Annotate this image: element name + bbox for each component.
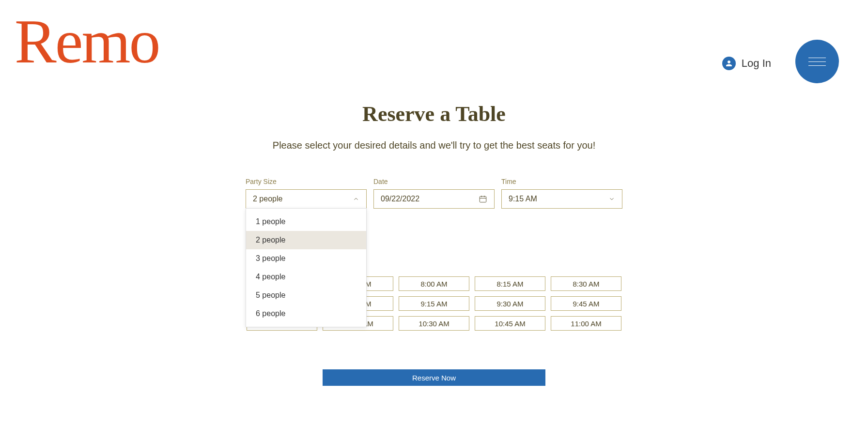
party-size-dropdown: 1 people2 people3 people4 people5 people… bbox=[246, 208, 367, 327]
time-slot[interactable]: 10:45 AM bbox=[475, 316, 545, 331]
date-label: Date bbox=[373, 178, 495, 185]
party-size-select[interactable]: 2 people bbox=[246, 189, 367, 209]
time-slots-grid: 7:30 AM7:45 AM8:00 AM8:15 AM8:30 AM8:45 … bbox=[0, 276, 868, 331]
main-content: Reserve a Table Please select your desir… bbox=[0, 87, 868, 386]
date-group: Date 09/22/2022 bbox=[373, 178, 495, 209]
hamburger-icon bbox=[808, 65, 826, 66]
page-title: Reserve a Table bbox=[0, 102, 868, 126]
chevron-up-icon bbox=[353, 196, 359, 202]
party-size-option[interactable]: 5 people bbox=[246, 286, 366, 304]
party-size-option[interactable]: 4 people bbox=[246, 268, 366, 286]
time-label: Time bbox=[501, 178, 622, 185]
logo[interactable]: Remo bbox=[15, 10, 159, 73]
header-right: Log In bbox=[722, 44, 839, 83]
date-select[interactable]: 09/22/2022 bbox=[373, 189, 495, 209]
time-slot[interactable]: 9:30 AM bbox=[475, 296, 545, 311]
party-size-value: 2 people bbox=[253, 195, 282, 203]
party-size-option[interactable]: 3 people bbox=[246, 249, 366, 268]
time-slot[interactable]: 8:30 AM bbox=[551, 276, 621, 291]
user-icon bbox=[722, 57, 736, 70]
time-group: Time 9:15 AM bbox=[501, 178, 622, 209]
time-select[interactable]: 9:15 AM bbox=[501, 189, 622, 209]
header: Remo Log In bbox=[0, 0, 868, 87]
hamburger-icon bbox=[808, 61, 826, 62]
party-size-group: Party Size 2 people 1 people2 people3 pe… bbox=[246, 178, 367, 209]
time-slot[interactable]: 10:30 AM bbox=[399, 316, 469, 331]
login-button[interactable]: Log In bbox=[722, 57, 771, 70]
reservation-form: Party Size 2 people 1 people2 people3 pe… bbox=[0, 178, 868, 209]
menu-button[interactable] bbox=[795, 40, 839, 83]
party-size-option[interactable]: 2 people bbox=[246, 231, 366, 249]
party-size-option[interactable]: 1 people bbox=[246, 209, 366, 231]
date-value: 09/22/2022 bbox=[381, 195, 419, 203]
time-slot[interactable]: 9:45 AM bbox=[551, 296, 621, 311]
party-size-label: Party Size bbox=[246, 178, 367, 185]
time-slot[interactable]: 9:15 AM bbox=[399, 296, 469, 311]
time-value: 9:15 AM bbox=[509, 195, 537, 203]
hamburger-icon bbox=[808, 58, 826, 58]
svg-rect-0 bbox=[480, 197, 486, 202]
time-slot[interactable]: 8:00 AM bbox=[399, 276, 469, 291]
time-slot[interactable]: 8:15 AM bbox=[475, 276, 545, 291]
page-subtitle: Please select your desired details and w… bbox=[0, 140, 868, 151]
reserve-now-button[interactable]: Reserve Now bbox=[323, 369, 545, 386]
login-label: Log In bbox=[742, 57, 771, 70]
chevron-down-icon bbox=[608, 196, 615, 202]
party-size-option[interactable]: 6 people bbox=[246, 304, 366, 327]
time-slot[interactable]: 11:00 AM bbox=[551, 316, 621, 331]
calendar-icon bbox=[479, 195, 487, 203]
